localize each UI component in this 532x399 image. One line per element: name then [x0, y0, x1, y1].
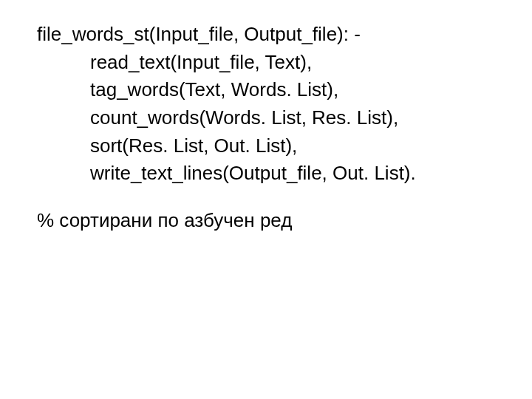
code-body-line: write_text_lines(Output_file, Out. List)… [37, 160, 532, 188]
document-page: file_words_st(Input_file, Output_file): … [0, 0, 532, 235]
code-body-line: tag_words(Text, Words. List), [37, 76, 532, 104]
code-body-line: read_text(Input_file, Text), [37, 49, 532, 77]
code-body-line: sort(Res. List, Out. List), [37, 132, 532, 160]
code-clause-head: file_words_st(Input_file, Output_file): … [37, 21, 532, 49]
code-body-line: count_words(Words. List, Res. List), [37, 104, 532, 132]
code-comment: % сортирани по азбучен ред [37, 207, 532, 235]
code-block: file_words_st(Input_file, Output_file): … [37, 21, 532, 188]
